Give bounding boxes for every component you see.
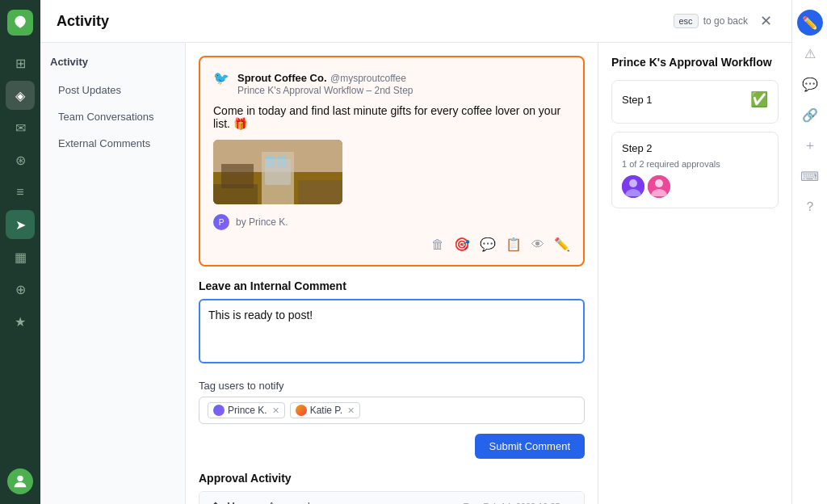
- main-content: Activity esc to go back ✕ Activity Post …: [40, 0, 791, 504]
- comment-section-label: Leave an Internal Comment: [199, 279, 585, 292]
- speech-icon[interactable]: 💬: [797, 71, 823, 97]
- svg-point-12: [629, 179, 637, 187]
- upload-icon: ⬆: [211, 500, 220, 504]
- step2-name: Step 2: [622, 142, 653, 154]
- approval-section: Approval Activity ⬆ Message Approved Tue…: [199, 472, 585, 504]
- far-right-panel: ✏️ ⚠ 💬 🔗 ＋ ⌨ ？: [791, 0, 827, 504]
- sidebar-item-post-updates[interactable]: Post Updates: [50, 78, 175, 103]
- eye-icon[interactable]: 👁: [531, 237, 544, 252]
- comment-textarea[interactable]: This is ready to post!: [199, 299, 585, 363]
- svg-rect-4: [266, 156, 274, 168]
- workflow-step-2: Step 2 1 of 2 required approvals: [611, 132, 779, 208]
- step2-approvals: 1 of 2 required approvals: [622, 159, 768, 169]
- sidebar: Activity Post Updates Team Conversations…: [40, 43, 186, 504]
- tag-chip-katie: Katie P. ✕: [290, 402, 360, 418]
- esc-badge: esc: [674, 14, 699, 28]
- body-area: Activity Post Updates Team Conversations…: [40, 43, 791, 504]
- app-logo[interactable]: [7, 10, 33, 36]
- chat-icon[interactable]: 💬: [480, 237, 496, 252]
- submit-row: Submit Comment: [199, 434, 585, 472]
- nav-messages-icon[interactable]: ✉: [6, 113, 35, 142]
- post-account-info: Sprout Coffee Co. @mysproutcoffee Prince…: [237, 70, 414, 96]
- author-avatar: P: [213, 214, 229, 230]
- step2-avatar-katie: [648, 175, 670, 198]
- tag-section-label: Tag users to notify: [199, 380, 585, 392]
- step1-header: Step 1 ✅: [622, 90, 768, 108]
- activity-approved-left: ⬆ Message Approved: [211, 500, 310, 504]
- tag-input-area[interactable]: Prince K. ✕ Katie P. ✕: [199, 397, 585, 424]
- tag-prince-remove[interactable]: ✕: [272, 405, 279, 416]
- nav-star-icon[interactable]: ★: [6, 307, 35, 336]
- svg-rect-8: [221, 164, 254, 188]
- edit-fab-button[interactable]: ✏️: [797, 10, 823, 36]
- feed: 🐦 Sprout Coffee Co. @mysproutcoffee Prin…: [186, 43, 598, 504]
- approval-section-title: Approval Activity: [199, 472, 585, 485]
- step1-name: Step 1: [622, 94, 653, 106]
- esc-hint: esc to go back: [674, 14, 749, 28]
- tag-chip-prince: Prince K. ✕: [208, 402, 285, 418]
- alert-icon[interactable]: ⚠: [797, 40, 823, 66]
- header: Activity esc to go back ✕: [40, 0, 791, 43]
- link-icon[interactable]: 🔗: [797, 102, 823, 128]
- sidebar-title: Activity: [50, 56, 175, 68]
- user-avatar[interactable]: [7, 468, 33, 494]
- sidebar-item-external-comments[interactable]: External Comments: [50, 131, 175, 156]
- nav-grid-icon[interactable]: ⊞: [6, 48, 35, 78]
- nav-list-icon[interactable]: ≡: [6, 178, 35, 207]
- post-author: P by Prince K.: [213, 214, 570, 230]
- delete-icon[interactable]: 🗑: [431, 237, 444, 252]
- activity-approved-header: ⬆ Message Approved Tue, Feb 14, 2023 10:…: [199, 492, 584, 504]
- post-account-row: Sprout Coffee Co. @mysproutcoffee: [237, 70, 414, 85]
- tag-chip-katie-name: Katie P.: [310, 405, 342, 416]
- step2-avatars: [622, 175, 768, 198]
- nav-chart-icon[interactable]: ▦: [6, 242, 35, 271]
- close-button[interactable]: ✕: [756, 11, 775, 31]
- nav-send-icon[interactable]: ➤: [6, 210, 35, 239]
- twitter-icon: 🐦: [213, 70, 229, 86]
- help-icon[interactable]: ？: [797, 194, 823, 220]
- post-workflow-label: Prince K's Approval Workflow – 2nd Step: [237, 85, 414, 96]
- left-navigation: ⊞ ◈ ✉ ⊛ ≡ ➤ ▦ ⊕ ★: [0, 0, 40, 504]
- activity-item-approved: ⬆ Message Approved Tue, Feb 14, 2023 10:…: [199, 491, 585, 504]
- post-body: Come in today and find last minute gifts…: [213, 104, 570, 130]
- svg-rect-3: [262, 152, 294, 204]
- keyboard-icon[interactable]: ⌨: [797, 163, 823, 189]
- tag-section: Tag users to notify Prince K. ✕ Katie P.…: [199, 380, 585, 424]
- nav-inbox-icon[interactable]: ◈: [6, 81, 35, 110]
- nav-tag-icon[interactable]: ⊛: [6, 145, 35, 174]
- workflow-panel: Prince K's Approval Workflow Step 1 ✅ St…: [598, 43, 791, 504]
- message-icon[interactable]: 📋: [506, 237, 522, 252]
- tag-chip-prince-name: Prince K.: [228, 405, 267, 416]
- step1-check-icon: ✅: [750, 90, 768, 108]
- svg-rect-7: [298, 180, 342, 204]
- activity-approved-label: Message Approved: [227, 501, 310, 504]
- page-title: Activity: [57, 13, 109, 30]
- esc-hint-text: to go back: [703, 15, 748, 27]
- target-icon[interactable]: 🎯: [454, 237, 470, 252]
- sidebar-item-team-conversations[interactable]: Team Conversations: [50, 104, 175, 129]
- post-account-name: Sprout Coffee Co.: [237, 72, 327, 84]
- edit-icon[interactable]: ✏️: [554, 237, 570, 252]
- plus-icon[interactable]: ＋: [797, 132, 823, 158]
- step2-avatar-prince: [622, 175, 644, 198]
- svg-point-0: [17, 476, 23, 481]
- submit-comment-button[interactable]: Submit Comment: [475, 434, 585, 459]
- svg-point-14: [655, 179, 663, 187]
- workflow-step-1: Step 1 ✅: [611, 80, 779, 124]
- step2-header: Step 2: [622, 142, 768, 154]
- comment-section: Leave an Internal Comment This is ready …: [199, 279, 585, 367]
- post-author-text: by Prince K.: [236, 216, 288, 228]
- nav-bag-icon[interactable]: ⊕: [6, 275, 35, 304]
- post-image: [213, 140, 342, 204]
- tag-katie-remove[interactable]: ✕: [347, 405, 355, 416]
- header-right: esc to go back ✕: [674, 11, 776, 31]
- post-card: 🐦 Sprout Coffee Co. @mysproutcoffee Prin…: [199, 56, 585, 267]
- post-actions: 🗑 🎯 💬 📋 👁 ✏️: [213, 237, 570, 252]
- post-account-handle: @mysproutcoffee: [330, 73, 406, 84]
- post-header: 🐦 Sprout Coffee Co. @mysproutcoffee Prin…: [213, 70, 570, 96]
- workflow-title: Prince K's Approval Workflow: [611, 56, 779, 69]
- svg-rect-5: [278, 156, 286, 168]
- post-image-inner: [213, 140, 342, 204]
